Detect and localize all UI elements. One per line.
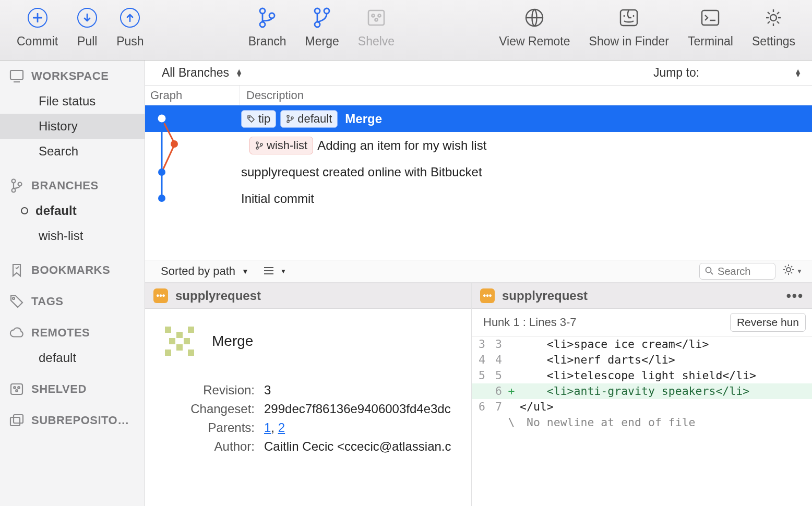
pull-button[interactable]: Pull	[67, 0, 107, 49]
svg-rect-42	[176, 332, 183, 338]
branch-tag: default	[280, 110, 338, 128]
svg-rect-24	[14, 415, 23, 423]
merge-button[interactable]: Merge	[296, 0, 349, 49]
tags-header[interactable]: TAGS	[0, 283, 145, 314]
commit-row[interactable]: tip defaultMerge	[145, 105, 812, 132]
changed-file-row-right[interactable]: ••• supplyrequest •••	[472, 283, 812, 309]
commit-label: Commit	[17, 34, 58, 49]
changed-file-name-right: supplyrequest	[502, 288, 588, 303]
sort-dropdown[interactable]: Sorted by path ▼	[161, 264, 249, 278]
workspace-header[interactable]: WORKSPACE	[0, 61, 145, 89]
svg-point-8	[378, 15, 380, 17]
file-modified-icon: •••	[480, 288, 495, 303]
terminal-button[interactable]: Terminal	[678, 0, 743, 49]
svg-point-1	[260, 22, 265, 27]
diff-line: 33 <li>space ice cream</li>	[472, 336, 812, 352]
file-search-field[interactable]	[718, 266, 770, 278]
shelved-header-label: SHELVED	[31, 382, 87, 396]
jump-to-label: Jump to:	[653, 66, 699, 80]
push-button[interactable]: Push	[107, 0, 153, 49]
branches-header-label: BRANCHES	[31, 179, 99, 192]
svg-point-5	[315, 22, 320, 27]
col-graph-header[interactable]: Graph	[145, 86, 240, 105]
push-label: Push	[116, 34, 144, 49]
chevron-down-icon: ▼	[796, 268, 803, 275]
commit-button[interactable]: Commit	[7, 0, 67, 49]
upload-circle-icon	[120, 7, 140, 28]
file-more-button[interactable]: •••	[786, 288, 804, 304]
parent-link-2[interactable]: 2	[278, 420, 285, 435]
commit-row[interactable]: Initial commit	[145, 185, 812, 212]
svg-point-37	[706, 268, 711, 273]
show-in-finder-label: Show in Finder	[589, 34, 669, 49]
terminal-icon	[700, 7, 721, 28]
workspace-header-label: WORKSPACE	[31, 69, 109, 83]
remotes-header[interactable]: REMOTES	[0, 314, 145, 345]
file-search-input[interactable]	[699, 263, 775, 280]
hunk-label: Hunk 1 : Lines 3-7	[483, 316, 577, 329]
globe-icon	[524, 7, 545, 28]
current-branch-dot-icon	[21, 207, 28, 214]
commit-row[interactable]: supplyrequest created online with Bitbuc…	[145, 159, 812, 185]
settings-button[interactable]: Settings	[743, 0, 805, 49]
file-modified-icon: •••	[153, 288, 168, 303]
reverse-hunk-button[interactable]: Reverse hun	[730, 313, 806, 332]
commit-description: Merge	[345, 112, 382, 126]
sidebar: WORKSPACE File status History Search BRA…	[0, 61, 145, 506]
branch-tag: wish-list	[249, 137, 313, 154]
view-remote-button[interactable]: View Remote	[489, 0, 579, 49]
branches-header[interactable]: BRANCHES	[0, 164, 145, 198]
branch-filter-dropdown[interactable]: All Branches ▲▼	[162, 66, 243, 80]
diff-settings-button[interactable]: ▼	[783, 264, 803, 279]
sidebar-item-search[interactable]: Search	[0, 139, 145, 164]
subrepos-header[interactable]: SUBREPOSITO…	[0, 402, 145, 433]
download-circle-icon	[77, 7, 98, 28]
history-columns-header: Graph Description	[145, 86, 812, 105]
sidebar-item-remote-default[interactable]: default	[0, 345, 145, 370]
col-desc-header[interactable]: Description	[240, 86, 812, 105]
svg-rect-41	[188, 327, 194, 333]
svg-point-7	[372, 15, 374, 17]
svg-rect-40	[165, 327, 171, 333]
diff-line: 67 </ul>	[472, 399, 812, 415]
shelved-header[interactable]: SHELVED	[0, 370, 145, 402]
show-in-finder-button[interactable]: Show in Finder	[580, 0, 678, 49]
svg-point-22	[16, 390, 18, 392]
bookmarks-header-label: BOOKMARKS	[31, 263, 110, 277]
svg-rect-19	[11, 384, 22, 394]
svg-rect-45	[176, 344, 183, 351]
diff-view: 33 <li>space ice cream</li>44 <li>nerf d…	[472, 336, 812, 430]
svg-point-21	[18, 387, 20, 389]
shelve-button[interactable]: Shelve	[349, 0, 404, 49]
svg-point-17	[18, 183, 22, 186]
parent-link-1[interactable]: 1	[264, 420, 271, 435]
commit-row[interactable]: wish-listAdding an item for my wish list	[145, 132, 812, 159]
svg-point-13	[770, 15, 777, 21]
svg-rect-6	[368, 10, 384, 25]
branch-filter-label: All Branches	[162, 66, 229, 80]
sidebar-item-history[interactable]: History	[0, 114, 145, 139]
shelve-label: Shelve	[358, 34, 395, 49]
sidebar-item-branch-default[interactable]: default	[0, 198, 145, 223]
author-label: Author:	[160, 439, 264, 454]
list-style-dropdown[interactable]: ▼	[264, 264, 286, 278]
bookmark-icon	[9, 263, 24, 278]
branch-button[interactable]: Branch	[239, 0, 296, 49]
sidebar-item-file-status[interactable]: File status	[0, 89, 145, 114]
commit-title: Merge	[212, 333, 253, 350]
svg-rect-43	[169, 338, 175, 344]
changed-file-row-left[interactable]: ••• supplyrequest	[145, 283, 471, 309]
commit-description: supplyrequest created online with Bitbuc…	[241, 165, 482, 179]
commit-description: Initial commit	[241, 191, 314, 206]
svg-point-27	[171, 140, 178, 148]
svg-rect-23	[10, 417, 20, 426]
author-value: Caitlin Cecic <ccecic@atlassian.c	[264, 439, 451, 454]
svg-point-26	[157, 114, 166, 123]
jump-to-dropdown[interactable]: Jump to: ▲▼	[653, 66, 802, 80]
svg-point-9	[375, 19, 377, 21]
bookmarks-header[interactable]: BOOKMARKS	[0, 248, 145, 283]
svg-point-38	[786, 268, 791, 272]
sidebar-item-branch-wishlist[interactable]: wish-list	[0, 223, 145, 248]
chevron-down-icon: ▼	[242, 267, 249, 275]
svg-point-31	[287, 115, 289, 117]
